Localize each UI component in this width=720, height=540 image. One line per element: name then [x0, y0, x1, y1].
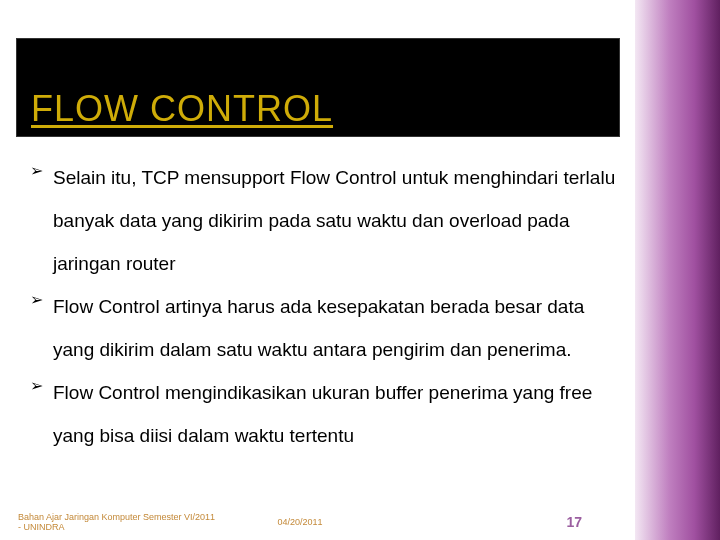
slide-title: FLOW CONTROL: [31, 88, 333, 130]
bullet-icon: ➢: [30, 156, 43, 186]
bullet-text: Flow Control mengindikasikan ukuran buff…: [53, 371, 622, 457]
footer: Bahan Ajar Jaringan Komputer Semester VI…: [18, 512, 702, 532]
list-item: ➢ Flow Control mengindikasikan ukuran bu…: [30, 371, 622, 457]
bullet-icon: ➢: [30, 285, 43, 315]
content-area: ➢ Selain itu, TCP mensupport Flow Contro…: [30, 156, 622, 457]
bullet-text: Flow Control artinya harus ada kesepakat…: [53, 285, 622, 371]
footer-page-number: 17: [380, 514, 702, 530]
list-item: ➢ Flow Control artinya harus ada kesepak…: [30, 285, 622, 371]
footer-source: Bahan Ajar Jaringan Komputer Semester VI…: [18, 512, 220, 532]
side-gradient: [635, 0, 720, 540]
bullet-text: Selain itu, TCP mensupport Flow Control …: [53, 156, 622, 285]
list-item: ➢ Selain itu, TCP mensupport Flow Contro…: [30, 156, 622, 285]
footer-date: 04/20/2011: [220, 517, 380, 527]
title-box: FLOW CONTROL: [16, 38, 620, 137]
bullet-icon: ➢: [30, 371, 43, 401]
